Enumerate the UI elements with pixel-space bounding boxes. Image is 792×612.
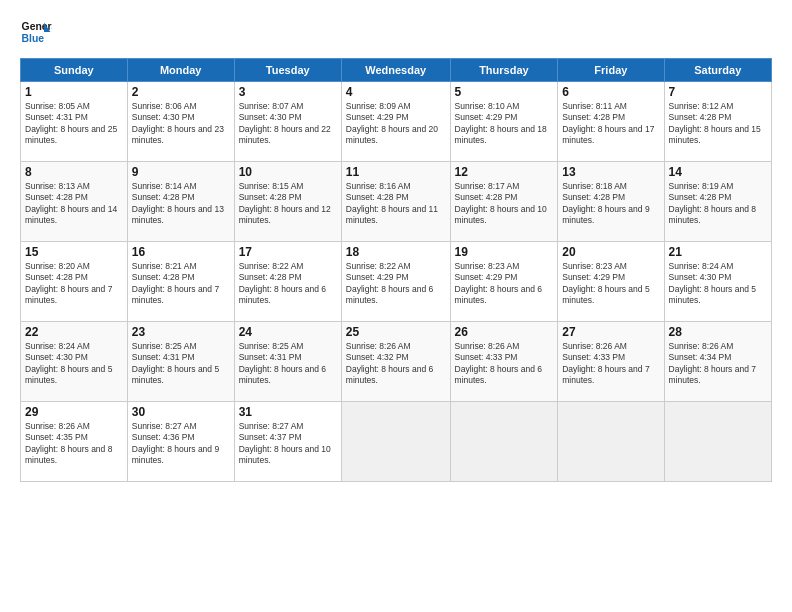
calendar-cell: 24Sunrise: 8:25 AMSunset: 4:31 PMDayligh… (234, 322, 341, 402)
calendar-cell: 3Sunrise: 8:07 AMSunset: 4:30 PMDaylight… (234, 82, 341, 162)
day-number: 30 (132, 405, 230, 419)
day-number: 6 (562, 85, 659, 99)
day-info: Sunrise: 8:12 AMSunset: 4:28 PMDaylight:… (669, 101, 761, 145)
calendar-cell: 26Sunrise: 8:26 AMSunset: 4:33 PMDayligh… (450, 322, 558, 402)
day-info: Sunrise: 8:06 AMSunset: 4:30 PMDaylight:… (132, 101, 224, 145)
day-info: Sunrise: 8:07 AMSunset: 4:30 PMDaylight:… (239, 101, 331, 145)
calendar-week-row: 22Sunrise: 8:24 AMSunset: 4:30 PMDayligh… (21, 322, 772, 402)
day-number: 1 (25, 85, 123, 99)
calendar-header-tuesday: Tuesday (234, 59, 341, 82)
day-number: 15 (25, 245, 123, 259)
logo-icon: General Blue (20, 16, 52, 48)
day-info: Sunrise: 8:05 AMSunset: 4:31 PMDaylight:… (25, 101, 117, 145)
calendar-cell: 6Sunrise: 8:11 AMSunset: 4:28 PMDaylight… (558, 82, 664, 162)
day-info: Sunrise: 8:26 AMSunset: 4:33 PMDaylight:… (562, 341, 649, 385)
day-number: 27 (562, 325, 659, 339)
day-number: 20 (562, 245, 659, 259)
day-number: 18 (346, 245, 446, 259)
calendar-cell: 29Sunrise: 8:26 AMSunset: 4:35 PMDayligh… (21, 402, 128, 482)
calendar-week-row: 15Sunrise: 8:20 AMSunset: 4:28 PMDayligh… (21, 242, 772, 322)
calendar-header-monday: Monday (127, 59, 234, 82)
day-info: Sunrise: 8:22 AMSunset: 4:28 PMDaylight:… (239, 261, 326, 305)
calendar-header-thursday: Thursday (450, 59, 558, 82)
calendar-cell: 28Sunrise: 8:26 AMSunset: 4:34 PMDayligh… (664, 322, 771, 402)
day-number: 3 (239, 85, 337, 99)
day-info: Sunrise: 8:26 AMSunset: 4:35 PMDaylight:… (25, 421, 112, 465)
day-info: Sunrise: 8:10 AMSunset: 4:29 PMDaylight:… (455, 101, 547, 145)
calendar-cell: 9Sunrise: 8:14 AMSunset: 4:28 PMDaylight… (127, 162, 234, 242)
day-number: 31 (239, 405, 337, 419)
day-number: 10 (239, 165, 337, 179)
day-info: Sunrise: 8:23 AMSunset: 4:29 PMDaylight:… (562, 261, 649, 305)
day-info: Sunrise: 8:20 AMSunset: 4:28 PMDaylight:… (25, 261, 112, 305)
calendar-cell: 13Sunrise: 8:18 AMSunset: 4:28 PMDayligh… (558, 162, 664, 242)
calendar-cell (664, 402, 771, 482)
calendar-cell: 17Sunrise: 8:22 AMSunset: 4:28 PMDayligh… (234, 242, 341, 322)
calendar-cell: 4Sunrise: 8:09 AMSunset: 4:29 PMDaylight… (341, 82, 450, 162)
day-number: 25 (346, 325, 446, 339)
calendar-table: SundayMondayTuesdayWednesdayThursdayFrid… (20, 58, 772, 482)
day-number: 4 (346, 85, 446, 99)
day-number: 29 (25, 405, 123, 419)
calendar-cell: 2Sunrise: 8:06 AMSunset: 4:30 PMDaylight… (127, 82, 234, 162)
day-info: Sunrise: 8:14 AMSunset: 4:28 PMDaylight:… (132, 181, 224, 225)
day-number: 9 (132, 165, 230, 179)
day-info: Sunrise: 8:23 AMSunset: 4:29 PMDaylight:… (455, 261, 542, 305)
day-number: 13 (562, 165, 659, 179)
day-number: 21 (669, 245, 767, 259)
day-info: Sunrise: 8:27 AMSunset: 4:36 PMDaylight:… (132, 421, 219, 465)
day-info: Sunrise: 8:26 AMSunset: 4:33 PMDaylight:… (455, 341, 542, 385)
calendar-cell: 23Sunrise: 8:25 AMSunset: 4:31 PMDayligh… (127, 322, 234, 402)
calendar-cell: 11Sunrise: 8:16 AMSunset: 4:28 PMDayligh… (341, 162, 450, 242)
day-number: 16 (132, 245, 230, 259)
day-number: 5 (455, 85, 554, 99)
day-info: Sunrise: 8:19 AMSunset: 4:28 PMDaylight:… (669, 181, 756, 225)
day-number: 23 (132, 325, 230, 339)
calendar-week-row: 8Sunrise: 8:13 AMSunset: 4:28 PMDaylight… (21, 162, 772, 242)
day-number: 8 (25, 165, 123, 179)
calendar-cell: 15Sunrise: 8:20 AMSunset: 4:28 PMDayligh… (21, 242, 128, 322)
calendar-cell (558, 402, 664, 482)
day-info: Sunrise: 8:15 AMSunset: 4:28 PMDaylight:… (239, 181, 331, 225)
calendar-header-friday: Friday (558, 59, 664, 82)
calendar-cell: 10Sunrise: 8:15 AMSunset: 4:28 PMDayligh… (234, 162, 341, 242)
calendar-week-row: 1Sunrise: 8:05 AMSunset: 4:31 PMDaylight… (21, 82, 772, 162)
calendar-cell: 22Sunrise: 8:24 AMSunset: 4:30 PMDayligh… (21, 322, 128, 402)
logo: General Blue (20, 16, 52, 48)
calendar-cell: 30Sunrise: 8:27 AMSunset: 4:36 PMDayligh… (127, 402, 234, 482)
day-info: Sunrise: 8:13 AMSunset: 4:28 PMDaylight:… (25, 181, 117, 225)
day-number: 14 (669, 165, 767, 179)
day-number: 2 (132, 85, 230, 99)
calendar-page: General Blue SundayMondayTuesdayWednesda… (0, 0, 792, 612)
day-info: Sunrise: 8:24 AMSunset: 4:30 PMDaylight:… (669, 261, 756, 305)
day-info: Sunrise: 8:26 AMSunset: 4:32 PMDaylight:… (346, 341, 433, 385)
calendar-cell: 21Sunrise: 8:24 AMSunset: 4:30 PMDayligh… (664, 242, 771, 322)
day-number: 24 (239, 325, 337, 339)
day-number: 12 (455, 165, 554, 179)
day-number: 22 (25, 325, 123, 339)
day-number: 7 (669, 85, 767, 99)
calendar-header-saturday: Saturday (664, 59, 771, 82)
calendar-cell (341, 402, 450, 482)
day-number: 26 (455, 325, 554, 339)
day-info: Sunrise: 8:25 AMSunset: 4:31 PMDaylight:… (239, 341, 326, 385)
calendar-cell: 1Sunrise: 8:05 AMSunset: 4:31 PMDaylight… (21, 82, 128, 162)
calendar-cell: 27Sunrise: 8:26 AMSunset: 4:33 PMDayligh… (558, 322, 664, 402)
calendar-cell: 14Sunrise: 8:19 AMSunset: 4:28 PMDayligh… (664, 162, 771, 242)
calendar-header-row: SundayMondayTuesdayWednesdayThursdayFrid… (21, 59, 772, 82)
calendar-week-row: 29Sunrise: 8:26 AMSunset: 4:35 PMDayligh… (21, 402, 772, 482)
day-number: 28 (669, 325, 767, 339)
calendar-cell (450, 402, 558, 482)
day-info: Sunrise: 8:11 AMSunset: 4:28 PMDaylight:… (562, 101, 654, 145)
calendar-header-wednesday: Wednesday (341, 59, 450, 82)
calendar-cell: 8Sunrise: 8:13 AMSunset: 4:28 PMDaylight… (21, 162, 128, 242)
calendar-cell: 20Sunrise: 8:23 AMSunset: 4:29 PMDayligh… (558, 242, 664, 322)
header: General Blue (20, 16, 772, 48)
calendar-cell: 18Sunrise: 8:22 AMSunset: 4:29 PMDayligh… (341, 242, 450, 322)
calendar-cell: 12Sunrise: 8:17 AMSunset: 4:28 PMDayligh… (450, 162, 558, 242)
calendar-cell: 25Sunrise: 8:26 AMSunset: 4:32 PMDayligh… (341, 322, 450, 402)
day-info: Sunrise: 8:27 AMSunset: 4:37 PMDaylight:… (239, 421, 331, 465)
day-info: Sunrise: 8:25 AMSunset: 4:31 PMDaylight:… (132, 341, 219, 385)
day-number: 17 (239, 245, 337, 259)
svg-text:Blue: Blue (22, 33, 45, 44)
